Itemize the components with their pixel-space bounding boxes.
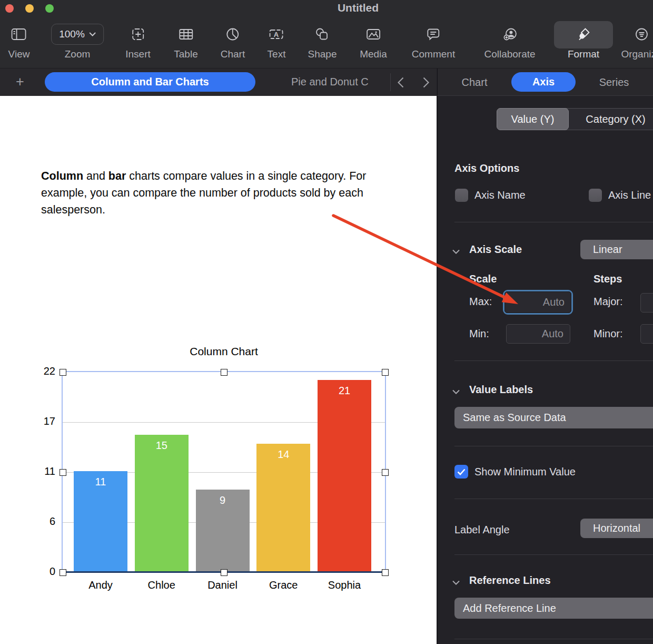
toolbar-item-view[interactable]: View	[8, 21, 30, 64]
tabbar-divider	[390, 73, 391, 91]
add-sheet-button[interactable]: +	[13, 73, 27, 92]
chart-bar-daniel[interactable]: 9	[196, 490, 250, 571]
toolbar-item-format[interactable]: Format	[568, 21, 599, 64]
document-canvas[interactable]: Column and bar charts compare values in …	[0, 96, 437, 644]
toolbar-item-comment[interactable]: Comment	[412, 21, 455, 64]
section-divider	[454, 446, 653, 446]
window-title: Untitled	[0, 2, 653, 14]
bar-value-label: 11	[74, 476, 127, 488]
x-axis-category-label: Grace	[254, 579, 312, 591]
toolbar-item-collaborate[interactable]: Collaborate	[484, 21, 535, 64]
selection-handle[interactable]	[382, 569, 389, 576]
inspector-panel: Value (Y) Category (X) Axis Options Axis…	[437, 96, 653, 644]
chart-plot[interactable]: 0611172211Andy15Chloe9Daniel14Grace21Sop…	[62, 371, 386, 573]
text-box-icon: A	[268, 21, 286, 47]
axis-scale-type-dropdown[interactable]: Linear	[580, 240, 653, 259]
toolbar-item-shape[interactable]: Shape	[308, 21, 337, 64]
x-axis-category-label: Sophia	[315, 579, 373, 591]
y-axis-tick-label: 17	[32, 415, 55, 427]
format-brush-icon	[568, 21, 599, 47]
show-minimum-value-label: Show Minimum Value	[474, 465, 576, 479]
chart-title: Column Chart	[62, 345, 386, 358]
chart-bar-andy[interactable]: 11	[74, 471, 127, 571]
toolbar-item-text[interactable]: A Text	[268, 21, 286, 64]
value-labels-dropdown[interactable]: Same as Source Data	[454, 407, 653, 428]
max-label: Max:	[469, 289, 492, 314]
paragraph-segment: Column	[41, 170, 83, 182]
shape-icon	[308, 21, 337, 47]
svg-text:A: A	[274, 31, 279, 38]
sheet-tabbar: + Column and Bar Charts Pie and Donut C	[0, 69, 437, 96]
chart-bar-sophia[interactable]: 21	[318, 380, 371, 571]
x-axis-category-label: Daniel	[194, 579, 252, 591]
zoom-dropdown[interactable]: 100%	[51, 24, 104, 45]
tabs-scroll-left-button[interactable]	[394, 75, 408, 89]
max-input[interactable]: Auto	[504, 291, 571, 313]
toolbar-item-table[interactable]: Table	[174, 21, 197, 64]
axis-line-checkbox[interactable]	[589, 189, 602, 202]
min-input[interactable]: Auto	[506, 324, 570, 344]
bar-value-label: 21	[318, 385, 371, 397]
tab-pie-and-donut-charts[interactable]: Pie and Donut C	[291, 72, 388, 92]
segment-value-y[interactable]: Value (Y)	[497, 108, 569, 130]
insert-icon	[125, 21, 151, 47]
selection-handle[interactable]	[221, 369, 227, 376]
selection-handle[interactable]	[382, 369, 389, 376]
bar-value-label: 9	[196, 494, 250, 506]
axis-name-label: Axis Name	[474, 189, 526, 202]
chevron-right-icon	[423, 77, 429, 88]
axis-scale-disclosure[interactable]	[452, 249, 460, 254]
inspector-tab-series[interactable]: Series	[599, 73, 629, 92]
minor-input[interactable]	[640, 324, 653, 344]
paragraph-segment: and	[83, 170, 108, 182]
inspector-tab-axis[interactable]: Axis	[511, 72, 576, 92]
toolbar-item-insert[interactable]: Insert	[125, 21, 151, 64]
table-icon	[174, 21, 197, 47]
section-divider	[454, 639, 653, 639]
toolbar-item-media[interactable]: Media	[360, 21, 387, 64]
selection-handle[interactable]	[60, 469, 66, 476]
label-angle-dropdown[interactable]: Horizontal	[580, 519, 653, 538]
titlebar: Untitled View 100% Zoom Insert	[0, 0, 653, 69]
value-labels-disclosure[interactable]	[452, 389, 460, 394]
tab-column-and-bar-charts[interactable]: Column and Bar Charts	[45, 72, 255, 92]
max-field-focus-ring: Auto	[503, 290, 573, 315]
x-axis-category-label: Chloe	[133, 579, 191, 591]
axis-name-checkbox[interactable]	[455, 189, 468, 202]
selection-handle[interactable]	[221, 569, 227, 576]
segment-category-x[interactable]: Category (X)	[569, 109, 653, 130]
selection-handle[interactable]	[60, 569, 66, 576]
y-axis-tick-label: 22	[32, 365, 55, 377]
steps-label: Steps	[593, 273, 622, 285]
show-minimum-value-checkbox[interactable]	[454, 465, 468, 479]
checkmark-icon	[457, 469, 466, 475]
chevron-left-icon	[398, 77, 404, 88]
section-divider	[454, 222, 653, 222]
bar-value-label: 15	[135, 440, 189, 452]
minor-label: Minor:	[593, 324, 623, 344]
y-axis-tick-label: 11	[32, 465, 55, 477]
inspector-header: Chart Axis Series	[437, 69, 653, 96]
reference-lines-disclosure[interactable]	[452, 580, 460, 585]
inspector-tab-chart[interactable]: Chart	[462, 73, 488, 92]
view-sidebar-icon	[8, 21, 30, 47]
label-angle-label: Label Angle	[454, 521, 510, 539]
toolbar-item-organize[interactable]: Organize	[621, 21, 653, 64]
major-input[interactable]	[640, 293, 653, 313]
section-divider	[454, 554, 653, 555]
toolbar-item-chart[interactable]: Chart	[221, 21, 245, 64]
selection-handle[interactable]	[382, 469, 389, 476]
chart-bar-chloe[interactable]: 15	[135, 435, 189, 571]
selection-handle[interactable]	[60, 369, 66, 376]
chevron-down-icon	[89, 32, 96, 36]
tabs-scroll-right-button[interactable]	[419, 75, 433, 89]
chevron-down-icon	[452, 249, 460, 254]
add-reference-line-button[interactable]: Add Reference Line	[454, 598, 653, 619]
y-axis-tick-label: 0	[32, 565, 55, 578]
chevron-down-icon	[452, 389, 460, 394]
toolbar-item-zoom[interactable]: 100% Zoom	[51, 21, 104, 64]
media-icon	[360, 21, 387, 47]
paragraph-text[interactable]: Column and bar charts compare values in …	[41, 168, 404, 218]
chart-bar-grace[interactable]: 14	[256, 444, 310, 571]
value-labels-title: Value Labels	[469, 384, 533, 396]
